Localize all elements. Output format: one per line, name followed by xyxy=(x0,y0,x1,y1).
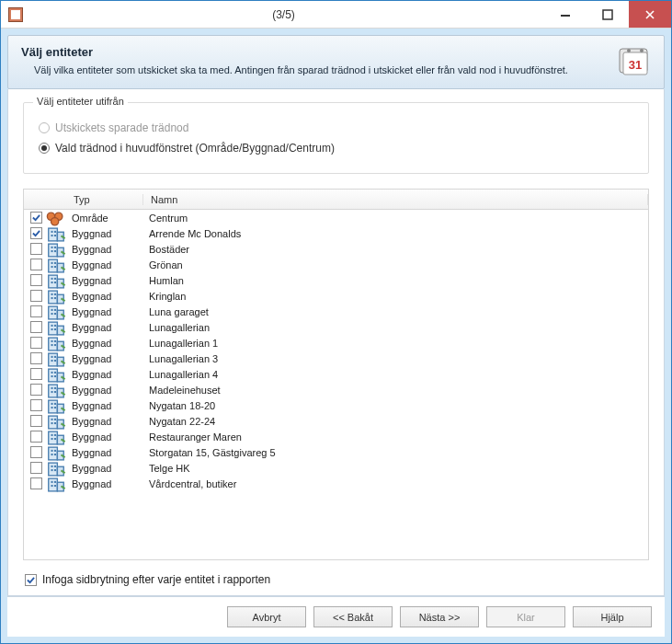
table-row[interactable]: ByggnadBostäder xyxy=(24,241,648,257)
row-checkbox[interactable] xyxy=(30,212,42,224)
row-typ: Byggnad xyxy=(66,228,143,239)
cancel-button[interactable]: Avbryt xyxy=(227,606,306,627)
svg-rect-113 xyxy=(54,485,56,487)
svg-rect-70 xyxy=(51,375,53,377)
table-row[interactable]: ByggnadKringlan xyxy=(24,288,648,304)
row-checkbox[interactable] xyxy=(30,368,42,380)
close-button[interactable] xyxy=(629,1,671,28)
row-checkbox[interactable] xyxy=(30,227,42,239)
svg-rect-35 xyxy=(54,282,56,283)
app-icon xyxy=(8,7,23,22)
table-row[interactable]: ByggnadLunagallerian 4 xyxy=(24,366,648,382)
row-checkbox[interactable] xyxy=(30,399,42,411)
svg-rect-110 xyxy=(51,481,53,483)
back-button[interactable]: << Bakåt xyxy=(313,606,393,627)
svg-rect-32 xyxy=(51,278,53,280)
svg-rect-77 xyxy=(54,391,56,393)
row-checkbox[interactable] xyxy=(30,305,42,317)
svg-rect-75 xyxy=(54,387,56,389)
svg-rect-50 xyxy=(51,325,53,327)
row-checkbox[interactable] xyxy=(30,274,42,286)
row-checkbox[interactable] xyxy=(30,446,42,458)
row-checkbox[interactable] xyxy=(30,243,42,255)
row-namn: Humlan xyxy=(143,275,648,286)
col-namn[interactable]: Namn xyxy=(143,194,648,205)
row-checkbox[interactable] xyxy=(30,321,42,333)
svg-rect-14 xyxy=(51,231,53,233)
svg-rect-59 xyxy=(54,344,56,346)
table-row[interactable]: ByggnadArrende Mc Donalds xyxy=(24,225,648,241)
pagebreak-option[interactable]: Infoga sidbrytning efter varje entitet i… xyxy=(25,573,647,586)
svg-rect-51 xyxy=(54,325,56,327)
radio-selected-node[interactable]: Vald trädnod i huvudfönstret (Område/Byg… xyxy=(39,142,637,155)
svg-rect-45 xyxy=(54,309,56,311)
row-typ: Byggnad xyxy=(66,259,143,270)
row-typ: Byggnad xyxy=(66,244,143,255)
svg-rect-88 xyxy=(51,422,53,424)
svg-rect-106 xyxy=(51,469,53,471)
row-checkbox[interactable] xyxy=(30,352,42,364)
row-checkbox[interactable] xyxy=(30,290,42,302)
table-row[interactable]: ByggnadLuna garaget xyxy=(24,304,648,319)
svg-rect-46 xyxy=(51,313,53,315)
table-row[interactable]: ByggnadNygatan 22-24 xyxy=(24,413,648,429)
button-bar: Avbryt << Bakåt Nästa >> Klar Hjälp xyxy=(7,596,665,637)
table-row[interactable]: ByggnadNygatan 18-20 xyxy=(24,397,648,413)
row-checkbox[interactable] xyxy=(30,462,42,474)
row-namn: Lunagallerian xyxy=(143,322,648,333)
row-checkbox[interactable] xyxy=(30,431,42,443)
row-namn: Arrende Mc Donalds xyxy=(143,228,648,239)
row-checkbox[interactable] xyxy=(30,337,42,349)
pagebreak-checkbox[interactable] xyxy=(25,574,37,586)
row-checkbox[interactable] xyxy=(30,384,42,396)
maximize-button[interactable] xyxy=(587,1,629,28)
svg-rect-28 xyxy=(51,266,53,268)
table-row[interactable]: ByggnadStorgatan 15, Gästgivareg 5 xyxy=(24,444,648,460)
svg-rect-22 xyxy=(51,250,53,252)
calendar-icon: 31 xyxy=(616,43,653,80)
row-typ: Byggnad xyxy=(66,447,143,458)
table-row[interactable]: ByggnadMadeleinehuset xyxy=(24,382,648,397)
table-row[interactable]: ByggnadTelge HK xyxy=(24,460,648,476)
row-namn: Luna garaget xyxy=(143,306,648,317)
client-area: Välj entiteter Välj vilka entiteter som … xyxy=(1,29,671,643)
row-namn: Storgatan 15, Gästgivareg 5 xyxy=(143,447,648,458)
table-body[interactable]: OmrådeCentrumByggnadArrende Mc DonaldsBy… xyxy=(24,210,648,559)
help-button[interactable]: Hjälp xyxy=(573,606,652,627)
table-row[interactable]: OmrådeCentrum xyxy=(24,210,648,225)
col-typ[interactable]: Typ xyxy=(66,194,143,205)
svg-rect-100 xyxy=(51,454,53,455)
table-row[interactable]: ByggnadHumlan xyxy=(24,272,648,288)
table-row[interactable]: ByggnadRestauranger Maren xyxy=(24,429,648,444)
table-row[interactable]: ByggnadLunagallerian xyxy=(24,319,648,335)
svg-rect-1 xyxy=(603,10,612,19)
svg-rect-56 xyxy=(51,340,53,342)
table-row[interactable]: ByggnadLunagallerian 3 xyxy=(24,351,648,366)
table-row[interactable]: ByggnadVårdcentral, butiker xyxy=(24,476,648,491)
svg-rect-16 xyxy=(51,235,53,236)
svg-text:31: 31 xyxy=(629,58,642,72)
svg-rect-71 xyxy=(54,375,56,377)
svg-rect-89 xyxy=(54,422,56,424)
table-row[interactable]: ByggnadLunagallerian 1 xyxy=(24,335,648,351)
svg-rect-98 xyxy=(51,450,53,452)
svg-rect-83 xyxy=(54,407,56,408)
row-typ: Byggnad xyxy=(66,463,143,474)
minimize-button[interactable] xyxy=(544,1,587,28)
svg-rect-53 xyxy=(54,328,56,330)
table-row[interactable]: ByggnadGrönan xyxy=(24,257,648,272)
svg-rect-41 xyxy=(54,297,56,299)
entity-table: Typ Namn OmrådeCentrumByggnadArrende Mc … xyxy=(23,189,649,560)
row-namn: Restauranger Maren xyxy=(143,431,648,443)
svg-rect-62 xyxy=(51,356,53,358)
row-checkbox[interactable] xyxy=(30,259,42,270)
row-checkbox[interactable] xyxy=(30,415,42,427)
svg-rect-21 xyxy=(54,247,56,248)
svg-rect-58 xyxy=(51,344,53,346)
svg-rect-20 xyxy=(51,247,53,248)
banner-subtitle: Välj vilka entiteter som utskicket ska t… xyxy=(34,64,651,75)
source-groupbox: Välj entiteter utifrån Utskickets sparad… xyxy=(23,102,649,174)
next-button[interactable]: Nästa >> xyxy=(400,606,479,627)
row-checkbox[interactable] xyxy=(30,477,42,489)
wizard-banner: Välj entiteter Välj vilka entiteter som … xyxy=(7,35,665,89)
